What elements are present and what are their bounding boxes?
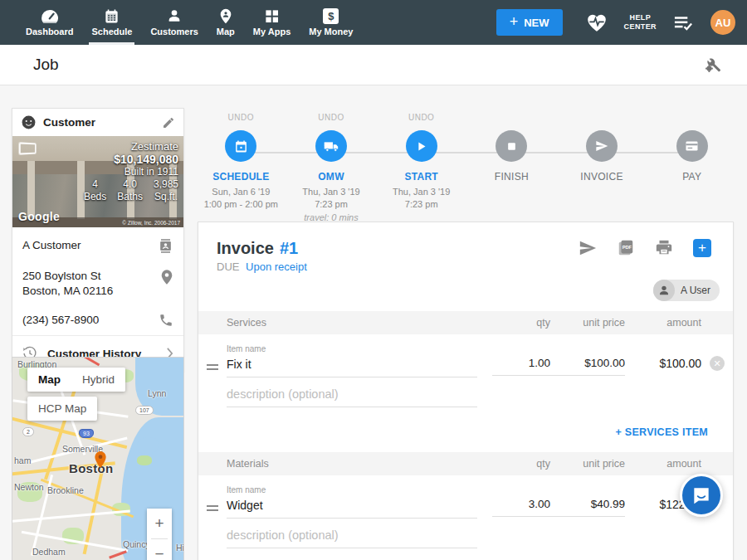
phone-icon[interactable] <box>159 313 173 328</box>
chat-bubble-button[interactable] <box>680 474 723 517</box>
drag-handle-icon[interactable] <box>198 485 227 511</box>
description-input[interactable] <box>227 386 477 407</box>
map-label: Quincy <box>123 539 150 549</box>
location-pin-icon[interactable] <box>160 269 173 285</box>
zillow-copyright: © Zillow, Inc. 2006-2017 <box>122 220 180 226</box>
section-name: Materials <box>227 458 492 470</box>
assignee-pill[interactable]: A User <box>653 280 720 301</box>
activity-list-icon[interactable] <box>673 14 694 31</box>
timeline-step-schedule: UNDO SCHEDULE Sun, Jan 6 '191:00 pm - 2:… <box>196 113 286 224</box>
timeline-step-finish: FINISH <box>466 113 557 224</box>
help-center-link[interactable]: HELP CENTER <box>624 13 657 32</box>
unit-price-header: unit price <box>550 317 625 329</box>
timeline-step-invoice: INVOICE <box>557 113 647 224</box>
qty-input[interactable] <box>492 355 550 376</box>
services-section-header: Services qty unit price amount <box>198 311 733 334</box>
nav-my-apps[interactable]: My Apps <box>244 0 300 45</box>
unit-price-input[interactable] <box>550 496 625 517</box>
map-type-toggle: Map Hybrid <box>27 368 125 392</box>
zoom-out-button[interactable]: − <box>147 539 172 560</box>
map-marker-icon[interactable] <box>94 450 107 469</box>
page-title: Job <box>33 56 59 74</box>
item-name-input[interactable] <box>227 497 477 519</box>
omw-step-button[interactable] <box>315 130 347 162</box>
undo-link[interactable]: UNDO <box>196 113 286 124</box>
top-navbar: Dashboard Schedule Customers Map My Apps… <box>0 0 747 45</box>
qty-header: qty <box>492 458 550 470</box>
customer-name: A Customer <box>22 238 81 253</box>
edit-pencil-icon[interactable] <box>162 116 175 129</box>
timeline-step-omw: UNDO OMW Thu, Jan 3 '197:23 pmtravel: 0 … <box>286 113 377 224</box>
add-invoice-button[interactable]: + <box>693 239 711 257</box>
materials-section-header: Materials qty unit price amount <box>198 452 733 475</box>
finish-step-button[interactable] <box>496 130 527 162</box>
zestimate-label: Zestimate <box>84 140 178 153</box>
nav-dashboard[interactable]: Dashboard <box>17 0 82 45</box>
assignee-name: A User <box>675 285 720 296</box>
stat-beds: 4Beds <box>84 178 106 203</box>
route-shield-107: 107 <box>135 406 154 415</box>
truck-icon <box>324 140 339 153</box>
user-avatar[interactable]: AU <box>710 10 735 35</box>
customer-card: Customer Zestimate $10,149,080 Built in … <box>12 108 184 372</box>
pay-step-button[interactable] <box>676 130 708 162</box>
delete-item-icon[interactable]: ✕ <box>710 356 725 371</box>
nav-customers[interactable]: Customers <box>141 0 207 45</box>
job-settings-icon[interactable] <box>704 56 722 74</box>
customer-address: 250 Boylston StBoston, MA 02116 <box>22 269 113 298</box>
map-label: Newton <box>14 482 44 492</box>
section-name: Services <box>227 317 492 329</box>
map-widget[interactable]: Burlington Lynn Somerville ham Boston Ne… <box>12 357 184 560</box>
invoice-step-button[interactable] <box>586 130 618 162</box>
add-services-item-link[interactable]: + SERVICES ITEM <box>615 426 708 438</box>
street-view-icon[interactable] <box>19 142 37 154</box>
map-zoom-control: + − <box>147 509 172 560</box>
timeline-step-pay: PAY <box>647 113 737 224</box>
print-icon[interactable] <box>655 239 673 257</box>
customer-face-icon <box>21 114 37 130</box>
due-value-link[interactable]: Upon receipt <box>246 261 307 273</box>
customer-address-row: 250 Boylston StBoston, MA 02116 <box>12 261 183 305</box>
route-shield-93: 93 <box>79 429 94 438</box>
nav-schedule[interactable]: Schedule <box>82 0 141 45</box>
unit-price-header: unit price <box>550 458 625 470</box>
nav-map[interactable]: Map <box>208 0 244 45</box>
person-icon <box>166 8 183 24</box>
pdf-icon[interactable]: PDF <box>617 239 635 257</box>
unit-price-input[interactable] <box>550 355 625 376</box>
description-input[interactable] <box>227 527 477 548</box>
map-button[interactable]: Map <box>27 368 71 392</box>
qty-input[interactable] <box>492 496 550 517</box>
item-name-input[interactable] <box>227 356 477 377</box>
card-icon <box>685 140 699 152</box>
dollar-icon: $ <box>323 8 339 24</box>
built-year: Built in 1911 <box>84 166 178 178</box>
nav-my-money[interactable]: $ My Money <box>300 0 362 45</box>
send-icon[interactable] <box>579 239 597 257</box>
due-line: DUE Upon receipt <box>198 258 733 273</box>
stat-baths: 4.0Baths <box>117 178 143 203</box>
customer-phone-row: (234) 567-8900 <box>12 305 183 335</box>
hybrid-button[interactable]: Hybrid <box>71 368 125 392</box>
nav-map-label: Map <box>217 27 235 37</box>
nav-my-apps-label: My Apps <box>253 27 290 37</box>
map-pin-icon <box>219 8 232 24</box>
map-label: Dedham <box>32 547 66 557</box>
undo-link[interactable]: UNDO <box>286 113 377 124</box>
invoice-number[interactable]: #1 <box>280 239 298 258</box>
svg-text:PDF: PDF <box>622 245 632 250</box>
map-label: Brookline <box>47 485 84 495</box>
drag-handle-icon[interactable] <box>198 344 227 370</box>
grid-icon <box>264 8 280 24</box>
contact-card-icon[interactable] <box>158 238 173 254</box>
property-photo[interactable]: Zestimate $10,149,080 Built in 1911 4Bed… <box>12 136 183 227</box>
item-name-label: Item name <box>227 485 477 494</box>
chat-icon <box>691 485 712 506</box>
undo-link[interactable]: UNDO <box>376 113 466 124</box>
schedule-step-button[interactable] <box>225 130 256 162</box>
zoom-in-button[interactable]: + <box>147 509 172 538</box>
new-button[interactable]: + NEW <box>496 9 563 36</box>
hcp-map-button[interactable]: HCP Map <box>27 397 97 421</box>
start-step-button[interactable] <box>406 130 437 162</box>
heart-pulse-icon[interactable] <box>586 12 608 32</box>
